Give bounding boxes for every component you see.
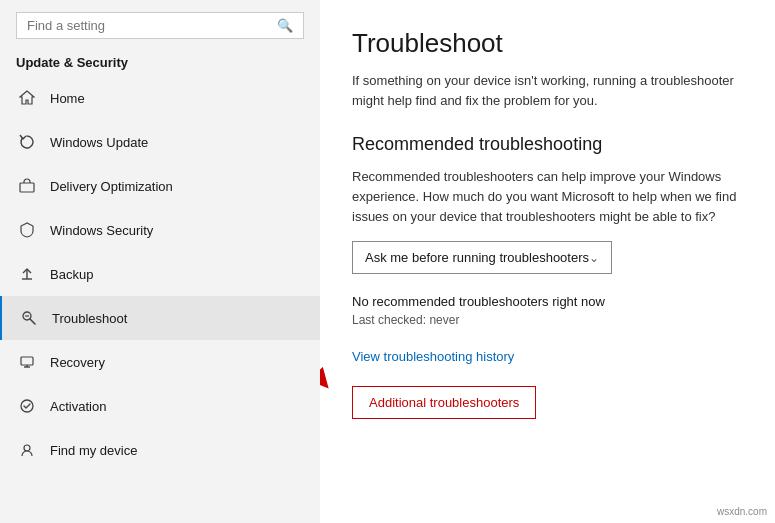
sidebar-item-label-windows-update: Windows Update [50, 135, 148, 150]
no-troubleshooters-text: No recommended troubleshooters right now [352, 294, 743, 309]
home-icon [16, 87, 38, 109]
sidebar-item-recovery[interactable]: Recovery [0, 340, 320, 384]
sidebar-item-troubleshoot[interactable]: Troubleshoot [0, 296, 320, 340]
recovery-icon [16, 351, 38, 373]
svg-rect-6 [21, 357, 33, 365]
recommended-desc: Recommended troubleshooters can help imp… [352, 167, 743, 227]
activation-icon [16, 395, 38, 417]
section-label: Update & Security [0, 47, 320, 76]
svg-point-9 [21, 400, 33, 412]
find-my-device-icon [16, 439, 38, 461]
sidebar-item-find-my-device[interactable]: Find my device [0, 428, 320, 472]
search-box: 🔍 [16, 12, 304, 39]
delivery-optimization-icon [16, 175, 38, 197]
sidebar-item-label-troubleshoot: Troubleshoot [52, 311, 127, 326]
backup-icon [16, 263, 38, 285]
watermark: wsxdn.com [717, 506, 767, 517]
search-input[interactable] [27, 18, 277, 33]
sidebar-item-label-activation: Activation [50, 399, 106, 414]
sidebar-item-label-delivery-optimization: Delivery Optimization [50, 179, 173, 194]
sidebar-item-delivery-optimization[interactable]: Delivery Optimization [0, 164, 320, 208]
sidebar-item-label-home: Home [50, 91, 85, 106]
recommended-heading: Recommended troubleshooting [352, 134, 743, 155]
sidebar-item-windows-security[interactable]: Windows Security [0, 208, 320, 252]
sidebar-item-activation[interactable]: Activation [0, 384, 320, 428]
windows-update-icon [16, 131, 38, 153]
sidebar-top: 🔍 [0, 0, 320, 47]
sidebar-item-label-backup: Backup [50, 267, 93, 282]
troubleshoot-icon [18, 307, 40, 329]
sidebar-item-windows-update[interactable]: Windows Update [0, 120, 320, 164]
sidebar-item-home[interactable]: Home [0, 76, 320, 120]
svg-rect-0 [20, 183, 34, 192]
troubleshooter-dropdown[interactable]: Ask me before running troubleshooters ⌄ [352, 241, 612, 274]
sidebar-item-label-recovery: Recovery [50, 355, 105, 370]
additional-troubleshooters-button[interactable]: Additional troubleshooters [352, 386, 536, 419]
view-history-link[interactable]: View troubleshooting history [352, 349, 743, 364]
chevron-down-icon: ⌄ [589, 251, 599, 265]
sidebar-item-label-find-my-device: Find my device [50, 443, 137, 458]
svg-point-10 [24, 445, 30, 451]
page-subtitle: If something on your device isn't workin… [352, 71, 743, 110]
nav-list: HomeWindows UpdateDelivery OptimizationW… [0, 76, 320, 472]
sidebar-item-label-windows-security: Windows Security [50, 223, 153, 238]
sidebar-item-backup[interactable]: Backup [0, 252, 320, 296]
main-content: Troubleshoot If something on your device… [320, 0, 775, 523]
sidebar: 🔍 Update & Security HomeWindows UpdateDe… [0, 0, 320, 523]
svg-line-4 [30, 319, 35, 324]
dropdown-value: Ask me before running troubleshooters [365, 250, 589, 265]
last-checked-text: Last checked: never [352, 313, 743, 327]
search-button[interactable]: 🔍 [277, 18, 293, 33]
page-title: Troubleshoot [352, 28, 743, 59]
windows-security-icon [16, 219, 38, 241]
